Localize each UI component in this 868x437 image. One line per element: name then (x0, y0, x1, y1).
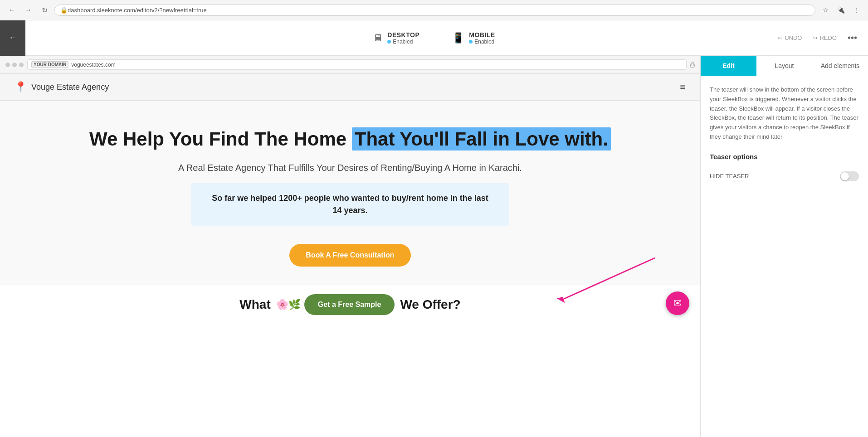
redo-label: REDO (819, 34, 837, 41)
website-nav: 📍 Vouge Estate Agency ≡ (0, 74, 700, 101)
hero-subtitle: A Real Estate Agency That Fulfills Your … (18, 161, 682, 174)
hero-title: We Help You Find The Home That You'll Fa… (18, 128, 682, 151)
email-float-button[interactable]: ✉ (666, 291, 689, 315)
hide-teaser-label: HIDE TEASER (710, 173, 749, 180)
hero-title-part1: We Help You Find The Home (89, 128, 352, 150)
hero-stats: So far we helped 1200+ people who wanted… (191, 183, 509, 226)
panel-tabs: Edit Layout Add elements (701, 56, 868, 76)
undo-button[interactable]: ↩ UNDO (774, 33, 805, 43)
teaser-options-title: Teaser options (710, 153, 859, 160)
website-logo: 📍 Vouge Estate Agency (15, 81, 109, 93)
main-layout: YOUR DOMAIN vogueestates.com ⎙ 📍 Vouge E… (0, 56, 868, 437)
undo-label: UNDO (785, 34, 802, 41)
redo-icon: ↪ (813, 34, 818, 41)
browser-dots (5, 63, 24, 67)
logo-icon: 📍 (15, 81, 27, 93)
your-domain-badge: YOUR DOMAIN (31, 61, 68, 68)
share-icon: ⎙ (690, 61, 695, 69)
browser-dot-1 (5, 63, 10, 67)
mobile-status-text: Enabled (474, 39, 494, 45)
preview-area: YOUR DOMAIN vogueestates.com ⎙ 📍 Vouge E… (0, 56, 700, 437)
hero-title-highlight: That You'll Fall in Love with. (352, 127, 611, 151)
mobile-icon: 📱 (452, 32, 464, 44)
free-sample-button[interactable]: Get a Free Sample (304, 294, 395, 315)
menu-button[interactable]: ⋮ (850, 4, 863, 16)
browser-frame: YOUR DOMAIN vogueestates.com ⎙ 📍 Vouge E… (0, 56, 700, 437)
desktop-icon: 🖥 (373, 32, 383, 44)
desktop-status: Enabled (387, 39, 419, 45)
tab-edit[interactable]: Edit (701, 56, 756, 76)
address-bar[interactable]: 🔒 dashboard.sleeknote.com/editorv2/?newf… (54, 5, 815, 16)
url-input-wrapper[interactable]: YOUR DOMAIN vogueestates.com (27, 59, 687, 70)
panel-content: The teaser will show in the bottom of th… (701, 76, 868, 437)
extension-button[interactable]: 🔌 (834, 4, 847, 16)
tab-add-elements[interactable]: Add elements (812, 56, 868, 76)
hide-teaser-row: HIDE TEASER (710, 168, 859, 185)
forward-button[interactable]: → (22, 4, 34, 16)
hide-teaser-toggle[interactable] (840, 171, 859, 181)
editor-topbar: ← 🖥 DESKTOP Enabled 📱 MOBILE Enabled (0, 20, 868, 56)
browser-toolbar: ← → ↻ 🔒 dashboard.sleeknote.com/editorv2… (0, 0, 868, 20)
website-content: 📍 Vouge Estate Agency ≡ We Help You Find… (0, 74, 700, 437)
tab-layout[interactable]: Layout (756, 56, 812, 76)
what-text: What (239, 297, 270, 312)
email-icon: ✉ (673, 297, 682, 309)
desktop-tab-text: DESKTOP Enabled (387, 31, 419, 45)
star-button[interactable]: ☆ (819, 4, 832, 16)
browser-chrome: ← → ↻ 🔒 dashboard.sleeknote.com/editorv2… (0, 0, 868, 20)
logo-text: Vouge Estate Agency (31, 83, 109, 92)
right-controls: ↩ UNDO ↪ REDO ••• (774, 31, 868, 45)
book-consultation-button[interactable]: Book A Free Consultation (289, 244, 410, 267)
hero-section: We Help You Find The Home That You'll Fa… (0, 101, 700, 285)
lock-icon: 🔒 (60, 7, 68, 14)
back-button[interactable]: ← (5, 4, 18, 16)
browser-dot-2 (12, 63, 17, 67)
mobile-tab-text: MOBILE Enabled (469, 31, 495, 45)
browser-url-bar: YOUR DOMAIN vogueestates.com ⎙ (0, 56, 700, 74)
mobile-status: Enabled (469, 39, 495, 45)
offer-text: We Offer? (400, 297, 460, 312)
flower-emoji: 🌸🌿 (276, 299, 301, 311)
redo-button[interactable]: ↪ REDO (809, 33, 840, 43)
browser-icons: ☆ 🔌 ⋮ (819, 4, 863, 16)
back-to-dashboard-button[interactable]: ← (0, 20, 25, 56)
panel-description: The teaser will show in the bottom of th… (710, 85, 859, 142)
undo-icon: ↩ (778, 34, 783, 41)
desktop-status-dot (387, 40, 391, 44)
browser-dot-3 (19, 63, 24, 67)
domain-value: vogueestates.com (71, 62, 115, 68)
desktop-status-text: Enabled (393, 39, 413, 45)
bottom-bar: What 🌸🌿 Get a Free Sample We Offer? ✉ (0, 285, 700, 324)
mobile-label: MOBILE (469, 31, 495, 39)
device-tabs: 🖥 DESKTOP Enabled 📱 MOBILE Enabled (366, 28, 502, 49)
desktop-tab[interactable]: 🖥 DESKTOP Enabled (366, 28, 427, 49)
mobile-status-dot (469, 40, 473, 44)
mobile-tab[interactable]: 📱 MOBILE Enabled (445, 28, 502, 49)
right-panel: Edit Layout Add elements The teaser will… (700, 56, 868, 437)
back-icon: ← (9, 33, 17, 43)
desktop-label: DESKTOP (387, 31, 419, 39)
what-we-offer: What 🌸🌿 Get a Free Sample We Offer? (18, 294, 682, 315)
hamburger-icon[interactable]: ≡ (680, 81, 686, 93)
url-text: dashboard.sleeknote.com/editorv2/?newfre… (68, 7, 207, 14)
refresh-button[interactable]: ↻ (38, 4, 51, 16)
more-options-button[interactable]: ••• (844, 31, 861, 45)
